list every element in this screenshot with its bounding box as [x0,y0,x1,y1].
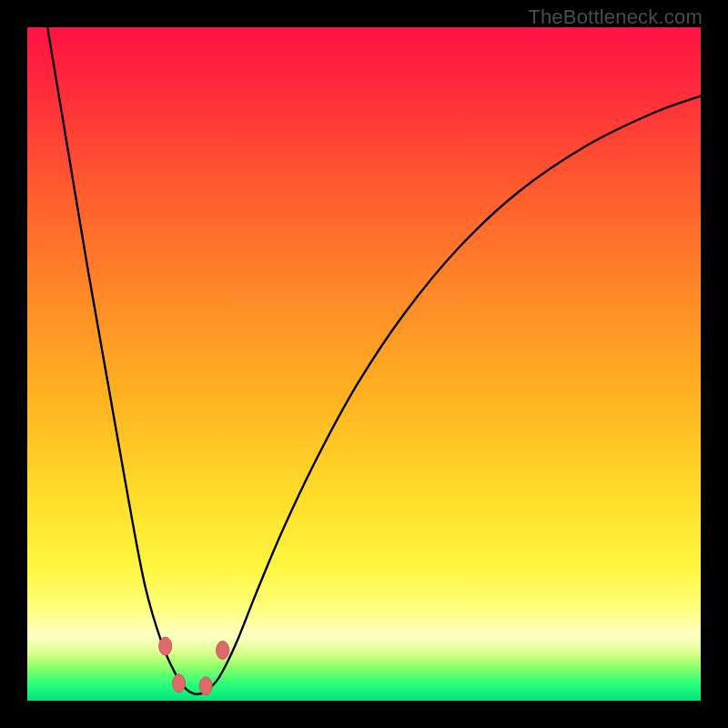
chart-frame: TheBottleneck.com [0,0,728,728]
plot-area [27,27,701,701]
bottleneck-curve [27,27,701,701]
curve-marker [217,642,229,660]
curve-marker [159,637,172,655]
watermark-text: TheBottleneck.com [528,5,703,29]
curve-marker [199,677,212,695]
curve-marker [173,674,186,693]
